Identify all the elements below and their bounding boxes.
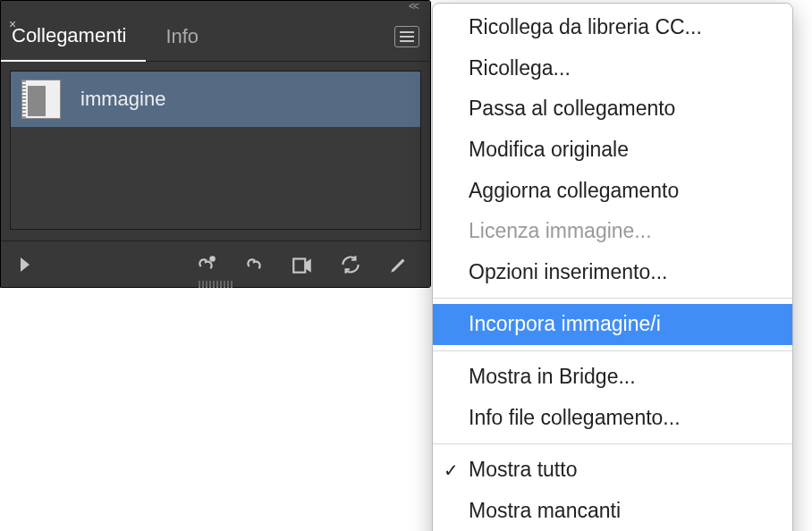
menu-edit-original[interactable]: Modifica originale	[433, 130, 792, 171]
edit-original-icon[interactable]	[387, 253, 410, 276]
menu-relink-cc[interactable]: Ricollega da libreria CC...	[433, 7, 792, 48]
svg-rect-1	[293, 258, 305, 272]
relink-cc-icon[interactable]	[194, 253, 217, 276]
update-link-icon[interactable]	[339, 253, 362, 276]
check-icon: ✓	[444, 457, 459, 485]
svg-point-0	[209, 256, 216, 262]
list-item[interactable]: immagine	[11, 72, 420, 127]
menu-goto-link[interactable]: Passa al collegamento	[433, 88, 792, 130]
menu-place-options[interactable]: Opzioni inserimento...	[433, 252, 792, 293]
relink-icon[interactable]	[242, 253, 266, 276]
menu-show-all[interactable]: ✓ Mostra tutto	[433, 450, 792, 491]
panel-context-menu: Ricollega da libreria CC... Ricollega...…	[432, 3, 793, 531]
goto-link-icon[interactable]	[291, 253, 314, 276]
links-list: immagine	[10, 71, 421, 230]
menu-embed-image[interactable]: Incorpora immagine/i	[433, 304, 792, 345]
menu-update-link[interactable]: Aggiorna collegamento	[433, 171, 792, 212]
links-panel: << × Collegamenti Info immagine	[0, 0, 431, 288]
menu-link-file-info[interactable]: Info file collegamento...	[433, 398, 792, 439]
menu-separator	[433, 298, 792, 299]
tab-info[interactable]: Info	[146, 12, 218, 61]
collapse-icon[interactable]: <<	[409, 1, 418, 12]
menu-license-image: Licenza immagine...	[433, 211, 792, 252]
close-icon[interactable]: ×	[9, 17, 16, 31]
menu-relink[interactable]: Ricollega...	[433, 48, 792, 89]
menu-item-label: Mostra tutto	[469, 458, 577, 481]
thumbnail-icon	[21, 80, 61, 119]
expand-icon[interactable]	[21, 257, 30, 272]
menu-separator	[433, 350, 792, 351]
resize-grip[interactable]	[187, 281, 244, 288]
panel-menu-button[interactable]	[394, 26, 419, 47]
panel-header: <<	[1, 1, 430, 12]
list-item-label: immagine	[80, 88, 165, 111]
menu-show-missing[interactable]: Mostra mancanti	[433, 491, 792, 531]
menu-separator	[433, 443, 792, 444]
menu-show-in-bridge[interactable]: Mostra in Bridge...	[433, 357, 792, 398]
links-list-area: immagine	[1, 62, 430, 240]
tab-links[interactable]: Collegamenti	[1, 12, 146, 62]
tabs-row: Collegamenti Info	[1, 12, 430, 62]
